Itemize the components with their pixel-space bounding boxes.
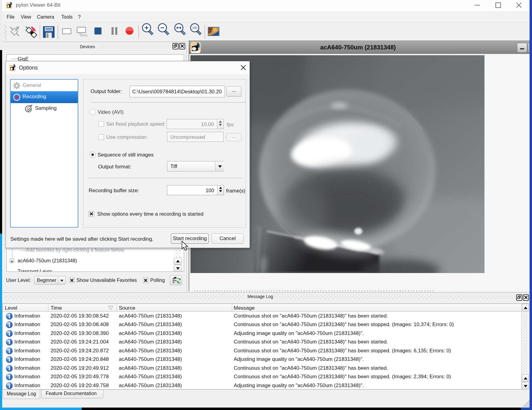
svg-text:100: 100: [192, 26, 197, 30]
